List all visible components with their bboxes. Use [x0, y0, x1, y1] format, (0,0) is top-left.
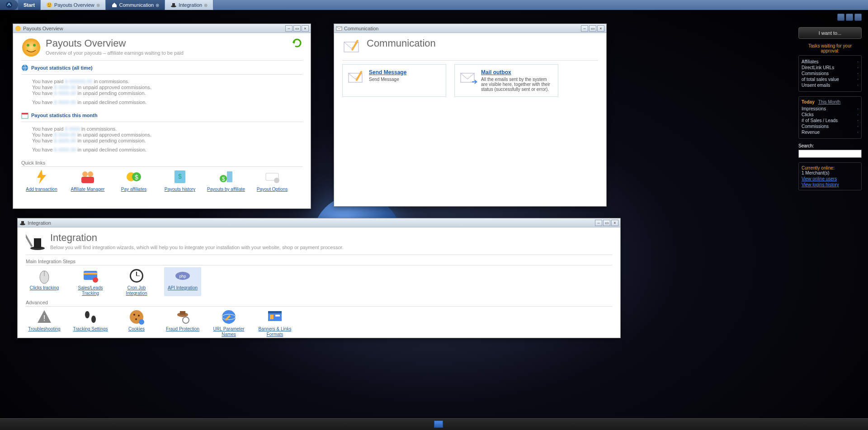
smiley-big-icon [21, 38, 41, 57]
maximize-button[interactable]: ▭ [603, 220, 610, 226]
page-subtitle: Below you will find integration wizards,… [50, 245, 344, 250]
envelope-icon [336, 25, 342, 32]
svg-rect-5 [172, 3, 175, 6]
svg-point-54 [135, 318, 137, 320]
card-desc: Send Message [369, 77, 406, 82]
clock-icon [128, 267, 145, 284]
lightning-icon [33, 169, 50, 185]
window-titlebar[interactable]: Payouts Overview – ▭ × [13, 24, 311, 33]
tab-communication[interactable]: Communication ⊗ [106, 0, 165, 10]
maximize-button[interactable]: ▭ [589, 25, 596, 32]
hat-icon [19, 220, 26, 226]
window-communication: Communication – ▭ × Communication Send M… [334, 24, 607, 207]
svg-text:$: $ [178, 173, 182, 180]
minimize-button[interactable]: – [595, 220, 602, 226]
app-logo-icon[interactable] [0, 0, 18, 10]
taskbar [0, 418, 868, 430]
stats-this-month: You have paid $ 0000 in commissions. You… [21, 122, 302, 156]
card-title[interactable]: Send Message [369, 69, 406, 76]
ilink-clicks-tracking[interactable]: Clicks tracking [26, 267, 63, 296]
maximize-button[interactable]: ▭ [293, 25, 301, 32]
close-button[interactable]: × [302, 25, 309, 32]
stats-all-time: You have paid $ 000000.00 in commissions… [21, 74, 302, 109]
tab-today[interactable]: Today [802, 99, 815, 104]
ilink-url-parameter[interactable]: URL Parameter Names [210, 308, 247, 337]
rt-button-1[interactable] [837, 14, 844, 21]
svg-point-6 [15, 26, 21, 31]
svg-rect-64 [275, 315, 280, 317]
svg-point-55 [139, 319, 144, 325]
qlink-payout-options[interactable]: Payout Options [252, 169, 292, 192]
taskbar-item[interactable] [434, 421, 443, 428]
quick-links-label: Quick links [21, 160, 302, 167]
window-integration: Integration – ▭ × Integration Below you … [17, 218, 621, 338]
rt-button-2[interactable] [846, 14, 853, 21]
rt-button-3[interactable] [854, 14, 862, 21]
view-online-users-link[interactable]: View online users [802, 176, 859, 181]
hat-icon [170, 2, 177, 8]
svg-rect-22 [227, 171, 232, 182]
task-row[interactable]: Commissions· [802, 71, 859, 76]
right-sidebar: I want to... Tasks waiting for your appr… [798, 14, 862, 190]
i-want-to-button[interactable]: I want to... [798, 27, 862, 39]
window-titlebar[interactable]: Communication – ▭ × [334, 24, 606, 33]
svg-point-49 [85, 311, 90, 318]
tab-this-month[interactable]: This Month [818, 99, 840, 104]
qlink-payouts-by-affiliate[interactable]: $ Payouts by affiliate [206, 169, 246, 192]
window-titlebar[interactable]: Integration – ▭ × [18, 218, 620, 227]
people-icon [80, 169, 96, 185]
ilink-cron-job[interactable]: Cron Job Integration [118, 267, 155, 296]
minimize-button[interactable]: – [581, 25, 588, 32]
close-button[interactable]: × [597, 25, 604, 32]
svg-point-8 [27, 44, 29, 47]
ilink-fraud-protection[interactable]: Fraud Protection [164, 308, 201, 337]
svg-rect-35 [34, 238, 41, 248]
svg-point-9 [33, 44, 36, 47]
warning-icon: ! [36, 308, 53, 326]
search-input[interactable] [798, 150, 862, 158]
task-row[interactable]: Unsent emails· [802, 83, 859, 88]
money-icon: $ [126, 169, 142, 185]
locker-icon: $ [218, 169, 234, 185]
svg-text:$: $ [222, 176, 225, 182]
card-title[interactable]: Mail outbox [481, 69, 553, 76]
refresh-icon[interactable] [292, 38, 302, 48]
minimize-button[interactable]: – [285, 25, 292, 32]
tab-payouts-overview[interactable]: Payouts Overview ⊗ [41, 0, 106, 10]
stat-row: Revenue· [802, 130, 859, 135]
advanced-label: Advanced [26, 300, 612, 307]
svg-point-25 [274, 178, 279, 183]
ilink-cookies[interactable]: Cookies [118, 308, 155, 337]
task-row[interactable]: Affiliates· [802, 59, 859, 64]
close-icon[interactable]: ⊗ [204, 3, 208, 8]
php-icon: php [174, 267, 191, 284]
svg-point-50 [91, 316, 96, 323]
qlink-payouts-history[interactable]: $ Payouts history [160, 169, 200, 192]
card-desc: All the emails sent by the system are vi… [481, 77, 553, 92]
close-icon[interactable]: ⊗ [156, 3, 159, 8]
ilink-api-integration[interactable]: phpAPI Integration [164, 267, 201, 296]
window-title-text: Payouts Overview [23, 26, 63, 31]
tab-integration[interactable]: Integration ⊗ [165, 0, 213, 10]
card-send-message[interactable]: Send Message Send Message [342, 64, 446, 97]
qlink-pay-affiliates[interactable]: $ Pay affiliates [113, 169, 154, 192]
qlink-add-transaction[interactable]: Add transaction [21, 169, 62, 192]
card-mail-outbox[interactable]: Mail outbox All the emails sent by the s… [454, 64, 558, 97]
svg-rect-33 [21, 221, 24, 224]
ilink-troubleshooting[interactable]: !Troubleshooting [26, 308, 63, 337]
svg-text:php: php [179, 274, 186, 279]
window-icon [266, 308, 283, 326]
close-icon[interactable]: ⊗ [96, 3, 100, 8]
tab-start[interactable]: Start [18, 0, 41, 10]
ilink-banners-formats[interactable]: Banners & Links Formats [256, 308, 293, 337]
svg-point-53 [138, 315, 140, 317]
envelope-out-icon [459, 69, 477, 87]
ilink-sales-tracking[interactable]: Sales/Leads Tracking [72, 267, 109, 296]
qlink-affiliate-manager[interactable]: Affiliate Manager [67, 169, 108, 192]
view-logins-history-link[interactable]: View logins history [802, 182, 859, 187]
task-row[interactable]: DirectLink URLs· [802, 65, 859, 70]
card-icon [82, 267, 99, 284]
close-button[interactable]: × [611, 220, 618, 226]
ilink-tracking-settings[interactable]: Tracking Settings [72, 308, 109, 337]
smiley-icon [46, 2, 52, 8]
